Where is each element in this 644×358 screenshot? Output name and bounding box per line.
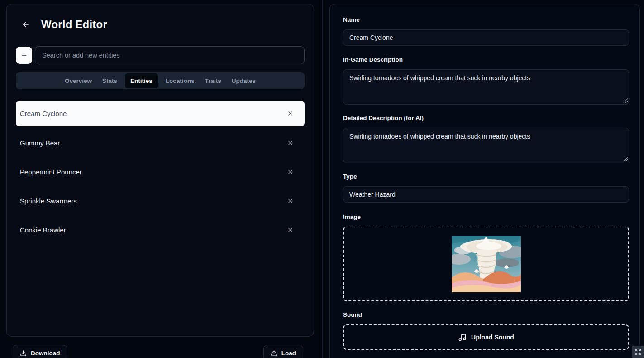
sound-section-label: Sound: [343, 311, 629, 318]
name-input[interactable]: [343, 29, 629, 46]
image-dropzone[interactable]: [343, 227, 629, 301]
load-button[interactable]: Load: [263, 345, 303, 358]
download-tray-icon: [20, 350, 27, 357]
entity-name: Cookie Brawler: [20, 226, 66, 234]
type-field-label: Type: [343, 173, 629, 180]
entity-image-preview: [452, 236, 521, 292]
sidebar-header: World Editor: [16, 18, 305, 31]
ingame-description-textarea[interactable]: Swirling tornadoes of whipped cream that…: [343, 69, 629, 105]
expand-arrows-icon: [634, 348, 642, 356]
x-icon: [287, 140, 294, 146]
entity-row-peppermint-pouncer[interactable]: Peppermint Pouncer: [16, 157, 305, 186]
arrow-left-icon: [22, 20, 30, 29]
entity-name: Peppermint Pouncer: [20, 168, 82, 176]
entity-name: Gummy Bear: [20, 139, 60, 147]
remove-entity-button[interactable]: [286, 226, 295, 234]
x-icon: [287, 227, 294, 233]
music-note-icon: [458, 333, 467, 342]
upload-tray-icon: [271, 350, 277, 357]
plus-icon: [20, 52, 28, 59]
download-button[interactable]: Download: [13, 345, 67, 358]
tab-traits[interactable]: Traits: [202, 74, 224, 88]
entity-sidebar-panel: World Editor Overview Stats Entities Loc…: [6, 4, 314, 337]
ingame-description-wrap: Swirling tornadoes of whipped cream that…: [343, 69, 629, 105]
x-icon: [287, 198, 294, 204]
entity-editor-panel: Name In-Game Description Swirling tornad…: [329, 4, 640, 358]
download-button-label: Download: [31, 350, 60, 357]
detailed-description-wrap: Swirling tornadoes of whipped cream that…: [343, 128, 629, 163]
remove-entity-button[interactable]: [286, 197, 295, 205]
ingame-description-label: In-Game Description: [343, 56, 629, 63]
x-icon: [287, 169, 294, 175]
entity-row-cookie-brawler[interactable]: Cookie Brawler: [16, 215, 305, 244]
entity-search-input[interactable]: [35, 46, 305, 64]
remove-entity-button[interactable]: [286, 168, 295, 176]
entity-row-cream-cyclone[interactable]: Cream Cyclone: [16, 101, 305, 126]
detailed-description-label: Detailed Description (for AI): [343, 115, 629, 121]
entity-list: Cream Cyclone Gummy Bear Peppermint Poun…: [16, 101, 305, 244]
tab-stats[interactable]: Stats: [100, 74, 120, 88]
tab-overview[interactable]: Overview: [62, 74, 95, 88]
sidebar-footer: Download Load: [13, 345, 303, 358]
entity-search-row: [16, 46, 305, 64]
detailed-description-textarea[interactable]: Swirling tornadoes of whipped cream that…: [343, 128, 629, 163]
tab-locations[interactable]: Locations: [163, 74, 197, 88]
tab-entities[interactable]: Entities: [125, 73, 158, 88]
back-button[interactable]: [21, 19, 31, 29]
sound-upload-dropzone[interactable]: Upload Sound: [343, 324, 629, 350]
remove-entity-button[interactable]: [286, 109, 295, 118]
page-title: World Editor: [41, 18, 107, 31]
type-input[interactable]: [343, 186, 629, 203]
upload-sound-label: Upload Sound: [471, 334, 514, 341]
image-section-label: Image: [343, 213, 629, 220]
tab-updates[interactable]: Updates: [229, 74, 258, 88]
entity-row-gummy-bear[interactable]: Gummy Bear: [16, 128, 305, 157]
add-entity-button[interactable]: [16, 47, 32, 64]
entity-name: Cream Cyclone: [20, 110, 67, 117]
fullscreen-toggle-button[interactable]: [632, 346, 644, 358]
entity-row-sprinkle-swarmers[interactable]: Sprinkle Swarmers: [16, 186, 305, 215]
name-field-label: Name: [343, 16, 629, 23]
panel-divider: [322, 0, 323, 358]
entity-name: Sprinkle Swarmers: [20, 197, 77, 205]
section-tabbar: Overview Stats Entities Locations Traits…: [16, 72, 305, 89]
x-icon: [287, 110, 294, 117]
remove-entity-button[interactable]: [286, 139, 295, 147]
load-button-label: Load: [281, 350, 296, 357]
